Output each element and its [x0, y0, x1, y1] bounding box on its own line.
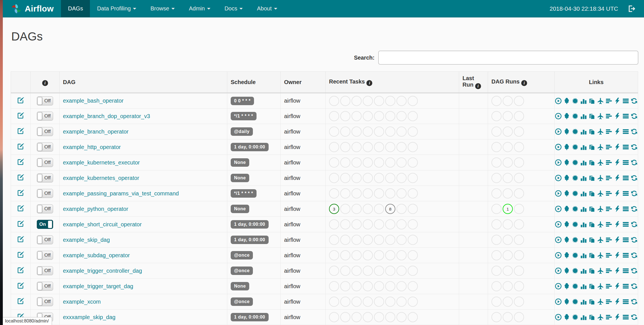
landing-times-icon[interactable]: [597, 252, 604, 259]
graph-view-icon[interactable]: [572, 174, 579, 182]
dag-run-circle[interactable]: [491, 235, 502, 245]
code-icon[interactable]: [614, 236, 621, 243]
task-state-circle[interactable]: [329, 96, 339, 106]
gantt-icon[interactable]: [605, 267, 613, 274]
pause-toggle[interactable]: Off: [37, 189, 53, 198]
tree-view-icon[interactable]: [563, 298, 570, 305]
task-state-circle[interactable]: [329, 127, 339, 137]
task-state-circle[interactable]: [352, 219, 362, 229]
dag-run-circle[interactable]: [514, 204, 524, 214]
edit-dag-icon[interactable]: [17, 300, 24, 306]
task-state-circle[interactable]: [363, 188, 373, 198]
schedule-badge[interactable]: None: [231, 158, 249, 167]
dag-run-circle[interactable]: [514, 111, 524, 121]
code-icon[interactable]: [614, 205, 621, 213]
dag-run-circle[interactable]: [514, 157, 524, 168]
task-tries-icon[interactable]: [588, 205, 596, 213]
pause-toggle[interactable]: Off: [37, 266, 53, 275]
logs-icon[interactable]: [622, 267, 629, 274]
graph-view-icon[interactable]: [572, 283, 579, 290]
task-duration-icon[interactable]: [580, 128, 587, 135]
task-state-circle[interactable]: [408, 250, 418, 260]
task-state-circle[interactable]: [352, 188, 362, 198]
task-state-circle[interactable]: [363, 312, 373, 322]
task-state-circle[interactable]: [385, 219, 395, 229]
task-state-circle[interactable]: [329, 266, 339, 276]
dag-run-circle[interactable]: [491, 157, 502, 168]
dag-link[interactable]: example_passing_params_via_test_command: [63, 190, 179, 197]
refresh-icon[interactable]: [631, 298, 638, 305]
task-state-circle[interactable]: [329, 250, 339, 260]
tree-view-icon[interactable]: [563, 313, 570, 321]
dag-run-circle[interactable]: [491, 204, 502, 214]
task-duration-icon[interactable]: [580, 267, 587, 274]
dag-link[interactable]: example_skip_dag: [63, 237, 110, 243]
gantt-icon[interactable]: [605, 205, 613, 213]
task-state-circle[interactable]: [340, 250, 350, 260]
task-state-circle[interactable]: [408, 142, 418, 152]
task-state-circle[interactable]: [374, 96, 384, 106]
nav-item-data-profiling[interactable]: Data Profiling: [90, 0, 143, 17]
gantt-icon[interactable]: [605, 298, 613, 305]
task-state-circle[interactable]: [363, 219, 373, 229]
pause-toggle[interactable]: Off: [37, 158, 53, 167]
task-duration-icon[interactable]: [580, 252, 587, 259]
task-state-circle[interactable]: [363, 173, 373, 183]
graph-view-icon[interactable]: [572, 190, 579, 197]
task-tries-icon[interactable]: [588, 252, 596, 259]
edit-dag-icon[interactable]: [17, 114, 24, 120]
gantt-icon[interactable]: [605, 221, 613, 228]
edit-dag-icon[interactable]: [17, 207, 24, 213]
edit-dag-icon[interactable]: [17, 130, 24, 136]
pause-toggle[interactable]: Off: [37, 173, 53, 182]
dag-run-circle[interactable]: [491, 281, 502, 291]
trigger-dag-icon[interactable]: [555, 190, 562, 197]
trigger-dag-icon[interactable]: [555, 143, 562, 151]
task-state-circle[interactable]: [408, 297, 418, 307]
task-state-circle[interactable]: [408, 219, 418, 229]
nav-item-browse[interactable]: Browse: [143, 0, 182, 17]
task-state-circle[interactable]: [363, 204, 373, 214]
refresh-icon[interactable]: [631, 267, 638, 274]
gantt-icon[interactable]: [605, 236, 613, 243]
task-state-circle[interactable]: [374, 111, 384, 121]
dag-run-circle[interactable]: [503, 188, 513, 198]
task-state-circle[interactable]: [340, 235, 350, 245]
schedule-badge[interactable]: @once: [231, 267, 253, 275]
task-state-circle[interactable]: [385, 250, 395, 260]
nav-item-dags[interactable]: DAGs: [61, 0, 90, 17]
tree-view-icon[interactable]: [563, 174, 570, 182]
trigger-dag-icon[interactable]: [555, 221, 562, 228]
dag-run-circle[interactable]: [514, 96, 524, 106]
dag-link[interactable]: example_branch_dop_operator_v3: [63, 113, 150, 119]
tree-view-icon[interactable]: [563, 252, 570, 259]
task-state-circle[interactable]: [408, 312, 418, 322]
trigger-dag-icon[interactable]: [555, 159, 562, 166]
code-icon[interactable]: [614, 143, 621, 151]
trigger-dag-icon[interactable]: [555, 112, 562, 120]
dag-run-circle[interactable]: [514, 250, 524, 260]
info-icon[interactable]: i: [475, 83, 481, 89]
task-state-circle[interactable]: [385, 235, 395, 245]
dag-run-circle[interactable]: [514, 297, 524, 307]
edit-dag-icon[interactable]: [17, 222, 24, 229]
dag-run-circle[interactable]: [503, 281, 513, 291]
code-icon[interactable]: [614, 159, 621, 166]
graph-view-icon[interactable]: [572, 236, 579, 243]
dag-run-circle[interactable]: [491, 188, 502, 198]
trigger-dag-icon[interactable]: [555, 97, 562, 105]
task-state-circle[interactable]: [396, 250, 407, 260]
logs-icon[interactable]: [622, 221, 629, 228]
dag-link[interactable]: example_subdag_operator: [63, 252, 130, 258]
task-state-circle[interactable]: [374, 235, 384, 245]
task-tries-icon[interactable]: [588, 143, 596, 151]
tree-view-icon[interactable]: [563, 205, 570, 213]
logs-icon[interactable]: [622, 112, 629, 120]
task-tries-icon[interactable]: [588, 298, 596, 305]
gantt-icon[interactable]: [605, 252, 613, 259]
code-icon[interactable]: [614, 97, 621, 105]
task-state-circle[interactable]: [374, 250, 384, 260]
task-state-circle[interactable]: [340, 142, 350, 152]
edit-dag-icon[interactable]: [17, 284, 24, 290]
info-icon[interactable]: i: [42, 80, 48, 86]
